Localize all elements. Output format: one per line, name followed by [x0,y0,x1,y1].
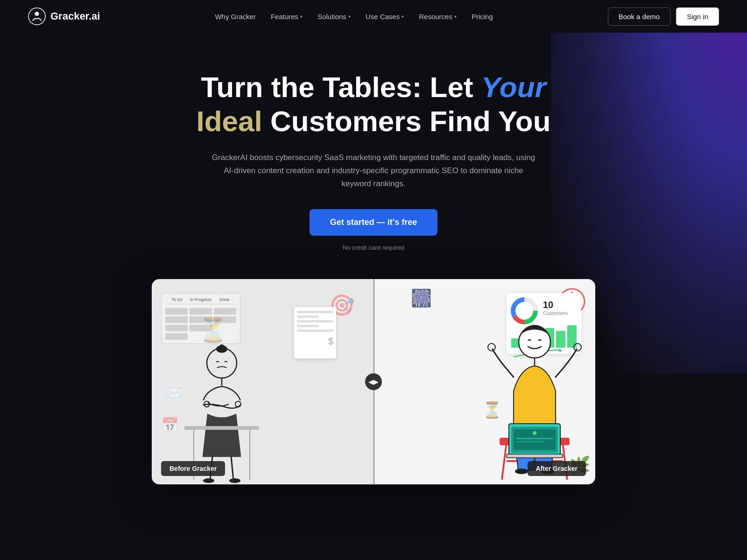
svg-point-6 [219,344,225,350]
svg-point-12 [203,478,214,483]
sign-in-button[interactable]: Sign in [676,7,719,26]
no-credit-card-text: No credit card required [9,244,738,251]
svg-point-31 [574,343,581,351]
svg-rect-40 [507,454,563,458]
comparison-toggle[interactable]: ◀▶ [365,373,382,390]
svg-line-24 [502,442,507,480]
svg-rect-39 [516,441,544,442]
nav-item-pricing[interactable]: Pricing [472,13,493,21]
svg-point-9 [235,401,241,407]
customers-value: 10 [543,300,577,310]
comparison-panel: To Do In Progress Done [152,279,595,484]
nav-item-features[interactable]: Features ▾ [271,13,303,21]
nav-item-why-gracker[interactable]: Why Gracker [215,13,256,21]
hero-section: Turn the Tables: Let Your Ideal Customer… [0,33,747,279]
kanban-col-inprogress: In Progress [189,297,213,302]
svg-point-3 [39,14,40,16]
svg-point-37 [533,431,536,435]
svg-rect-14 [184,426,259,430]
svg-point-2 [34,14,35,16]
chevron-down-icon: ▾ [348,14,351,19]
navigation: Gracker.ai Why Gracker Features ▾ Soluti… [0,0,747,33]
nav-links: Why Gracker Features ▾ Solutions ▾ Use C… [215,13,493,21]
svg-point-32 [515,469,528,474]
happy-person-illustration [483,312,586,484]
kanban-col-done: Done [212,297,236,302]
get-started-button[interactable]: Get started — it's free [310,209,437,236]
nav-item-solutions[interactable]: Solutions ▾ [317,13,351,21]
logo-icon [28,7,46,25]
nav-actions: Book a demo Sign in [608,7,719,26]
svg-rect-38 [516,438,553,439]
after-label: After Gracker [528,461,586,476]
after-panel: 🎆 [374,279,595,484]
nav-item-resources[interactable]: Resources ▾ [419,13,457,21]
chevron-down-icon: ▾ [300,14,303,19]
before-panel: To Do In Progress Done [152,279,374,484]
before-label: Before Gracker [161,461,225,476]
svg-line-11 [231,456,233,480]
document-preview: $ [294,307,336,358]
logo-text: Gracker.ai [50,10,100,22]
fireworks-icon: 🎆 [411,288,432,308]
chevron-down-icon: ▾ [454,14,457,19]
cta-container: Get started — it's free No credit card r… [9,209,738,251]
logo-link[interactable]: Gracker.ai [28,7,100,25]
kanban-col-todo: To Do [165,297,189,302]
nav-item-use-cases[interactable]: Use Cases ▾ [366,13,404,21]
hero-headline: Turn the Tables: Let Your Ideal Customer… [173,70,574,138]
book-demo-button[interactable]: Book a demo [608,7,670,26]
svg-point-13 [229,478,240,483]
chevron-down-icon: ▾ [402,14,404,19]
hero-subheading: GrackerAI boosts cybersecurity SaaS mark… [210,151,537,190]
svg-point-30 [488,343,495,351]
